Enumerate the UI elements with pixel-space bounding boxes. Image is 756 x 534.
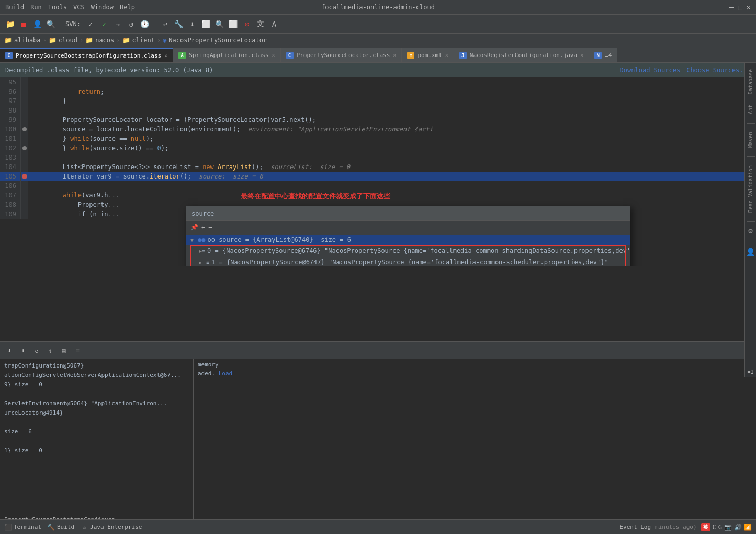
- tab-close-1[interactable]: ×: [272, 52, 275, 58]
- loaded-text: aded.: [198, 370, 215, 377]
- gear-right-icon[interactable]: ⚙: [748, 227, 752, 235]
- ime-icon-1[interactable]: 英: [701, 523, 710, 531]
- toolbar-svn-arrow-icon[interactable]: →: [112, 18, 123, 30]
- popup-row-text-1: 0 = {NacosPropertySource@6746} "NacosPro…: [207, 247, 630, 254]
- source-popup-header: source: [186, 206, 630, 221]
- add-btn[interactable]: ▤: [59, 346, 69, 356]
- minus-right-icon[interactable]: —: [748, 237, 752, 246]
- toolbar-translate-icon[interactable]: 文: [255, 18, 266, 30]
- tab-label-1: SpringApplication.class: [189, 52, 268, 59]
- toolbar-stop-icon[interactable]: ■: [18, 18, 29, 30]
- close-button[interactable]: ✕: [747, 3, 751, 12]
- toolbar-svn-revert-icon[interactable]: ↺: [126, 18, 137, 30]
- popup-row-0[interactable]: ▼ ●● oo source = {ArrayList@6740} size =…: [186, 235, 630, 245]
- maven-label[interactable]: Maven: [746, 128, 755, 152]
- line-num-99: 99: [0, 115, 21, 125]
- toolbar-settings-icon[interactable]: 🔧: [173, 18, 185, 30]
- maximize-button[interactable]: □: [738, 3, 742, 12]
- window-controls[interactable]: ─ □ ✕: [729, 3, 751, 12]
- toolbar-profile-icon[interactable]: 👤: [31, 18, 43, 30]
- breadcrumb-item-4[interactable]: 📁 client: [122, 37, 155, 44]
- line-num-96: 96: [0, 87, 21, 96]
- tab-1[interactable]: A SpringApplication.class ×: [173, 48, 280, 62]
- toolbar-folder-icon[interactable]: 📁: [4, 18, 16, 30]
- source-popup[interactable]: source 📌 ← → ▼ ●● oo source = {ArrayList…: [186, 206, 630, 266]
- toolbar-search-icon[interactable]: 🔍: [45, 18, 57, 30]
- code-line-99: 99 PropertySourceLocator locator = (Prop…: [0, 115, 744, 125]
- expand-2[interactable]: ▶: [199, 260, 206, 265]
- tab-close-4[interactable]: ×: [580, 52, 583, 58]
- code-line-95: 95: [0, 77, 744, 87]
- download-btn[interactable]: ⬇: [4, 346, 15, 356]
- folder-icon-1: 📁: [4, 37, 12, 44]
- toolbar-search2-icon[interactable]: 🔍: [214, 18, 225, 30]
- toolbar-frame-icon[interactable]: ⬜: [200, 18, 212, 30]
- code-line-103: 103: [0, 153, 744, 162]
- expand-0[interactable]: ▼: [190, 237, 198, 243]
- download-sources-button[interactable]: Download Sources: [620, 66, 681, 74]
- debug-text-1: trapConfiguration@5067}: [4, 361, 189, 371]
- code-editor[interactable]: 95 96 return; 97 } 98 99: [0, 77, 744, 266]
- ime-icon-2[interactable]: C: [713, 524, 716, 531]
- breadcrumb-item-5[interactable]: ◉ NacosPropertySourceLocator: [163, 37, 267, 44]
- toolbar-svn-add-icon[interactable]: ✓: [85, 18, 96, 30]
- tab-close-3[interactable]: ×: [445, 52, 448, 58]
- tab-0[interactable]: C PropertySourceBootstrapConfiguration.c…: [0, 48, 173, 62]
- database-label[interactable]: Database: [746, 65, 755, 98]
- menu-bar[interactable]: Build Run Tools VCS Window Help: [5, 4, 135, 11]
- toolbar-undo-icon[interactable]: ↩: [160, 18, 171, 30]
- line-num-105: 105: [0, 172, 21, 181]
- tab-3[interactable]: m pom.xml ×: [402, 48, 454, 62]
- taskbar-build[interactable]: 🔨 Build: [48, 524, 74, 531]
- ime-icon-4[interactable]: 📷: [724, 524, 732, 531]
- tab-close-2[interactable]: ×: [393, 52, 396, 58]
- pin-icon[interactable]: 📌: [190, 224, 198, 231]
- menu-help[interactable]: Help: [120, 4, 135, 11]
- toolbar-frame2-icon[interactable]: ⬜: [228, 18, 239, 30]
- refresh-btn[interactable]: ↺: [31, 346, 42, 356]
- choose-sources-button[interactable]: Choose Sources...: [686, 66, 751, 74]
- toolbar-nosign-icon[interactable]: ⊘: [241, 18, 253, 30]
- title-bar: Build Run Tools VCS Window Help focallme…: [0, 0, 756, 15]
- upload-btn[interactable]: ⬆: [18, 346, 28, 356]
- sort-btn[interactable]: ↕: [45, 346, 55, 356]
- person-right-icon[interactable]: 👤: [746, 248, 755, 256]
- java-enterprise-label: Java Enterprise: [90, 524, 142, 530]
- ime-icon-3[interactable]: G: [718, 524, 722, 531]
- folder-icon-2: 📁: [49, 37, 57, 44]
- load-link[interactable]: Load: [219, 370, 233, 377]
- menu-run[interactable]: Run: [30, 4, 42, 11]
- menu-window[interactable]: Window: [91, 4, 114, 11]
- taskbar-terminal[interactable]: ⬛ Terminal: [4, 524, 41, 531]
- toolbar-translate2-icon[interactable]: A: [268, 18, 280, 30]
- toolbar-svn-history-icon[interactable]: 🕐: [139, 18, 151, 30]
- ime-icon-6[interactable]: 📶: [744, 524, 752, 531]
- minimize-button[interactable]: ─: [729, 3, 734, 12]
- menu-tools[interactable]: Tools: [48, 4, 67, 11]
- toolbar-import-icon[interactable]: ⬇: [187, 18, 198, 30]
- popup-row-1[interactable]: ▶ ≡ 0 = {NacosPropertySource@6746} "Naco…: [186, 245, 630, 257]
- line-num-95: 95: [0, 77, 21, 87]
- toolbar-svn-check-icon[interactable]: ✓: [98, 18, 110, 30]
- tab-5[interactable]: N ≡4: [589, 48, 617, 62]
- breadcrumb-item-2[interactable]: 📁 cloud: [49, 37, 77, 44]
- tab-close-0[interactable]: ×: [164, 53, 167, 59]
- taskbar-java-enterprise[interactable]: ☕ Java Enterprise: [81, 524, 142, 531]
- event-log-label[interactable]: Event Log: [619, 524, 651, 530]
- breadcrumb-item-1[interactable]: 📁 alibaba: [4, 37, 41, 44]
- line-gutter-102: [21, 143, 28, 153]
- ime-icon-5[interactable]: 🔊: [734, 524, 742, 531]
- ant-label[interactable]: Ant: [746, 101, 755, 118]
- tab-2[interactable]: C PropertySourceLocator.class ×: [281, 48, 402, 62]
- tab-4[interactable]: J NacosRegisterConfiguration.java ×: [454, 48, 589, 62]
- menu-build[interactable]: Build: [5, 4, 24, 11]
- loaded-text-area: aded. Load: [198, 370, 740, 377]
- bean-validation-label[interactable]: Bean Validation: [746, 161, 755, 217]
- breadcrumb-item-3[interactable]: 📁 nacos: [85, 37, 114, 44]
- menu-vcs[interactable]: VCS: [73, 4, 85, 11]
- nav-fwd-button[interactable]: →: [208, 224, 212, 231]
- code-line-96: 96 return;: [0, 87, 744, 96]
- popup-row-2[interactable]: ▶ ≡ 1 = {NacosPropertySource@6747} "Naco…: [186, 257, 630, 266]
- list-btn[interactable]: ≡: [72, 346, 83, 356]
- nav-back-button[interactable]: ←: [201, 224, 205, 231]
